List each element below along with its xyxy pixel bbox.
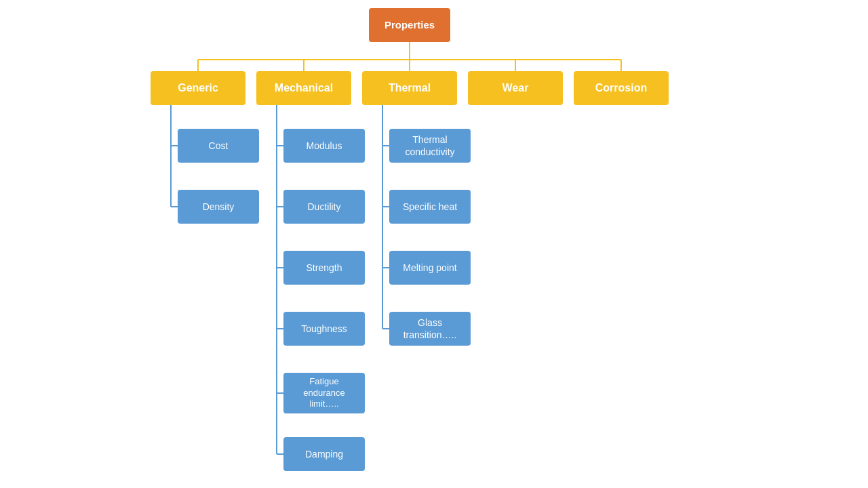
- child-damping-label: Damping: [305, 448, 343, 460]
- child-fatigue-label: Fatigue endurance limit…..: [292, 376, 357, 411]
- category-wear-label: Wear: [502, 81, 529, 96]
- child-cost-label: Cost: [209, 140, 229, 152]
- root-label: Properties: [384, 18, 435, 32]
- child-ductility[interactable]: Ductility: [283, 190, 365, 224]
- child-damping[interactable]: Damping: [283, 437, 365, 471]
- child-specific-heat-label: Specific heat: [403, 201, 457, 213]
- child-modulus-label: Modulus: [307, 140, 342, 152]
- child-glass-transition-label: Glass transition…..: [397, 317, 462, 341]
- child-fatigue[interactable]: Fatigue endurance limit…..: [283, 373, 365, 413]
- child-melting-point-label: Melting point: [403, 262, 456, 274]
- child-thermal-conductivity-label: Thermal conductivity: [397, 134, 462, 158]
- category-corrosion[interactable]: Corrosion: [574, 71, 669, 105]
- category-thermal-label: Thermal: [389, 81, 431, 96]
- child-density[interactable]: Density: [178, 190, 259, 224]
- child-strength[interactable]: Strength: [283, 251, 365, 285]
- child-toughness-label: Toughness: [301, 323, 347, 335]
- child-thermal-conductivity[interactable]: Thermal conductivity: [389, 129, 471, 163]
- child-ductility-label: Ductility: [307, 201, 340, 213]
- child-cost[interactable]: Cost: [178, 129, 259, 163]
- category-mechanical-label: Mechanical: [275, 81, 333, 96]
- category-corrosion-label: Corrosion: [595, 81, 647, 96]
- child-modulus[interactable]: Modulus: [283, 129, 365, 163]
- child-strength-label: Strength: [307, 262, 342, 274]
- category-generic-label: Generic: [178, 81, 218, 96]
- category-thermal[interactable]: Thermal: [362, 71, 457, 105]
- category-mechanical[interactable]: Mechanical: [256, 71, 351, 105]
- category-wear[interactable]: Wear: [468, 71, 563, 105]
- child-toughness[interactable]: Toughness: [283, 312, 365, 346]
- child-specific-heat[interactable]: Specific heat: [389, 190, 471, 224]
- diagram: Properties Generic Mechanical Thermal We…: [0, 0, 868, 488]
- child-glass-transition[interactable]: Glass transition…..: [389, 312, 471, 346]
- category-generic[interactable]: Generic: [151, 71, 245, 105]
- child-density-label: Density: [203, 201, 235, 213]
- child-melting-point[interactable]: Melting point: [389, 251, 471, 285]
- root-node: Properties: [369, 8, 450, 42]
